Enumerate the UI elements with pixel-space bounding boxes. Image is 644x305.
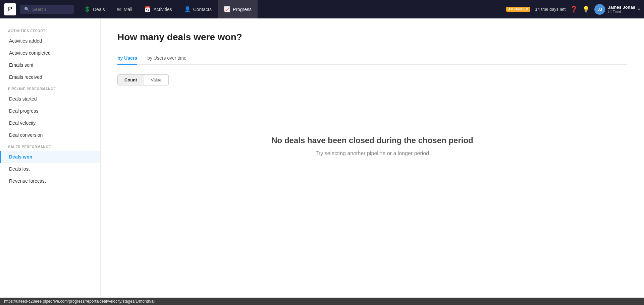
sidebar-item-deal-conversion[interactable]: Deal conversion [0, 129, 100, 141]
advanced-badge: ADVANCED [506, 7, 530, 12]
nav-item-label: Activities [153, 7, 172, 12]
search-box[interactable]: 🔍 [20, 5, 74, 14]
help-button[interactable]: ❓ [570, 6, 578, 13]
sidebar: ACTIVITIES EFFORTActivities addedActivit… [0, 18, 101, 305]
toggle-count[interactable]: Count [118, 75, 144, 85]
avatar: JJ [594, 4, 605, 15]
nav-item-progress[interactable]: 📈 Progress [218, 0, 258, 18]
trial-text: 14 trial days left [535, 7, 566, 12]
nav-item-mail[interactable]: ✉ Mail [111, 0, 139, 18]
mail-icon: ✉ [117, 6, 121, 12]
sidebar-item-activities-completed[interactable]: Activities completed [0, 47, 100, 59]
user-name: James Jonas [608, 5, 635, 10]
nav-item-contacts[interactable]: 👤 Contacts [178, 0, 218, 18]
user-menu[interactable]: JJ James Jonas UI Feed ▾ [594, 4, 640, 15]
nav-item-deals[interactable]: 💲 Deals [78, 0, 111, 18]
nav-item-label: Deals [93, 7, 105, 12]
sidebar-section-pipeline-performance: PIPELINE PERFORMANCE [0, 83, 100, 93]
sidebar-section-activities-effort: ACTIVITIES EFFORT [0, 25, 100, 35]
sidebar-section-sales-performance: SALES PERFORMANCE [0, 141, 100, 151]
sidebar-item-deal-progress[interactable]: Deal progress [0, 105, 100, 117]
sidebar-item-emails-sent[interactable]: Emails sent [0, 59, 100, 71]
nav-item-label: Mail [124, 7, 132, 12]
deals-icon: 💲 [84, 6, 91, 12]
statusbar: https://uifeed-c28eee.pipedrive.com/prog… [0, 298, 644, 305]
sidebar-item-deals-started[interactable]: Deals started [0, 93, 100, 105]
nav-item-activities[interactable]: 📅 Activities [138, 0, 178, 18]
sidebar-item-emails-received[interactable]: Emails received [0, 71, 100, 83]
nav-items: 💲 Deals✉ Mail📅 Activities👤 Contacts📈 Pro… [78, 0, 505, 18]
empty-state-subtitle: Try selecting another pipeline or a long… [316, 150, 429, 157]
chevron-down-icon: ▾ [638, 7, 640, 12]
sidebar-item-deals-won[interactable]: Deals won [0, 151, 100, 163]
sidebar-item-deal-velocity[interactable]: Deal velocity [0, 117, 100, 129]
nav-item-label: Contacts [193, 7, 212, 12]
user-sub: UI Feed [608, 10, 635, 14]
toggle-value[interactable]: Value [144, 75, 168, 85]
top-nav: P 🔍 💲 Deals✉ Mail📅 Activities👤 Contacts📈… [0, 0, 644, 18]
main-layout: ACTIVITIES EFFORTActivities addedActivit… [0, 18, 644, 305]
sidebar-item-deals-lost[interactable]: Deals lost [0, 163, 100, 175]
main-content: How many deals were won? by Usersby User… [101, 18, 644, 305]
tab-by-users[interactable]: by Users [117, 52, 137, 65]
search-input[interactable] [32, 7, 70, 12]
page-title: How many deals were won? [117, 32, 627, 43]
progress-icon: 📈 [224, 6, 230, 12]
activities-icon: 📅 [144, 6, 151, 12]
empty-state-title: No deals have been closed during the cho… [271, 136, 473, 145]
sidebar-item-activities-added[interactable]: Activities added [0, 35, 100, 47]
tabs: by Usersby Users over time [117, 52, 627, 65]
nav-item-label: Progress [233, 7, 252, 12]
contacts-icon: 👤 [184, 6, 191, 12]
tab-by-users-over-time[interactable]: by Users over time [147, 52, 186, 65]
search-icon: 🔍 [24, 7, 30, 12]
sidebar-item-revenue-forecast[interactable]: Revenue forecast [0, 175, 100, 187]
empty-state: No deals have been closed during the cho… [117, 96, 627, 183]
nav-right: ADVANCED 14 trial days left ❓ 💡 JJ James… [506, 4, 640, 15]
app-logo: P [4, 3, 16, 15]
tips-button[interactable]: 💡 [582, 6, 590, 13]
toggle-group: CountValue [117, 74, 169, 85]
